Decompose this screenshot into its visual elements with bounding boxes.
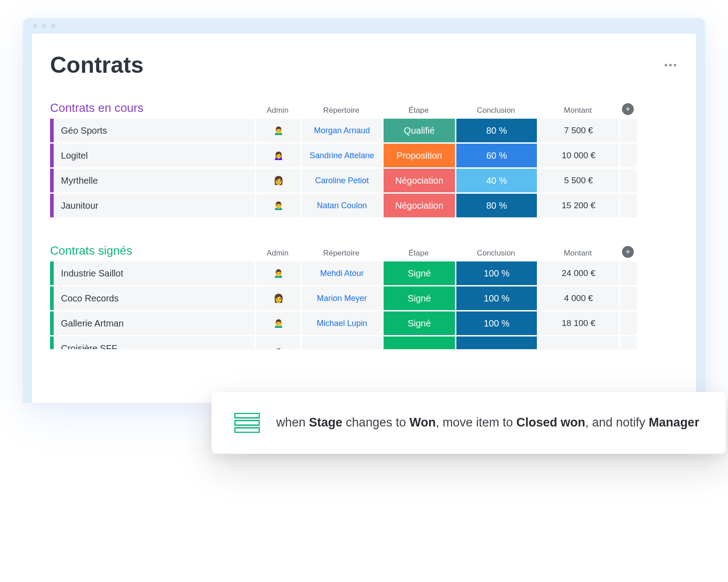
row-stage-badge[interactable]: Signé — [384, 286, 455, 310]
row-tail — [620, 119, 637, 142]
avatar: 🙍‍♂️ — [271, 123, 286, 138]
automation-mid: , move item to — [436, 416, 516, 429]
row-directory-link[interactable] — [302, 336, 382, 349]
table-row[interactable]: Coco Records 👩 Marion Meyer Signé 100 % … — [50, 286, 678, 310]
automation-prefix: when — [276, 416, 309, 429]
row-stage-badge[interactable]: Négociation — [384, 169, 455, 192]
row-name[interactable]: Croisière SFF — [50, 336, 255, 349]
automation-var-closed: Closed won — [516, 416, 586, 429]
row-conclusion-badge[interactable]: 100 % — [456, 286, 537, 310]
svg-rect-0 — [235, 413, 259, 418]
row-amount[interactable]: 15 200 € — [538, 194, 619, 217]
row-stage-badge[interactable]: Signé — [384, 311, 455, 335]
window-dot — [42, 24, 46, 28]
row-amount[interactable]: 10 000 € — [538, 144, 619, 167]
row-stage-badge[interactable]: Proposition — [384, 144, 455, 167]
column-header-stage[interactable]: Étape — [382, 106, 455, 115]
column-header-stage[interactable]: Étape — [382, 249, 455, 258]
row-directory-link[interactable]: Caroline Petiot — [302, 169, 382, 192]
row-name[interactable]: Industrie Saillot — [50, 261, 255, 285]
row-stage-badge[interactable]: Signé — [384, 261, 455, 285]
row-tail — [620, 169, 637, 192]
group-signed: Contrats signés Admin Répertoire Étape C… — [50, 244, 678, 349]
row-directory-link[interactable]: Morgan Arnaud — [302, 119, 382, 142]
automation-mid: changes to — [343, 416, 410, 429]
column-header-conclusion[interactable]: Conclusion — [455, 249, 537, 258]
table-row[interactable]: Logitel 🙍‍♀️ Sandrine Attelane Propositi… — [50, 144, 678, 167]
row-name[interactable]: Myrthelle — [50, 169, 255, 192]
row-admin[interactable]: 🙍‍♂️ — [256, 194, 300, 217]
row-conclusion-badge[interactable] — [456, 336, 537, 349]
group-header: Contrats signés Admin Répertoire Étape C… — [50, 244, 678, 258]
group-header: Contrats en cours Admin Répertoire Étape… — [50, 101, 678, 115]
table-row[interactable]: Gallerie Artman 🙍‍♂️ Michael Lupin Signé… — [50, 311, 678, 335]
table-row[interactable]: Géo Sports 🙍‍♂️ Morgan Arnaud Qualifié 8… — [50, 119, 678, 142]
row-conclusion-badge[interactable]: 60 % — [456, 144, 537, 167]
row-name[interactable]: Gallerie Artman — [50, 311, 255, 335]
row-amount[interactable]: 4 000 € — [538, 286, 619, 310]
column-header-conclusion[interactable]: Conclusion — [455, 106, 537, 115]
row-stage-badge[interactable]: Négociation — [384, 194, 455, 217]
group-title[interactable]: Contrats en cours — [50, 101, 255, 115]
row-name[interactable]: Logitel — [50, 144, 255, 167]
row-conclusion-badge[interactable]: 40 % — [456, 169, 537, 192]
avatar: 🙍‍♂️ — [271, 266, 286, 281]
row-directory-link[interactable]: Marion Meyer — [302, 286, 382, 310]
column-header-directory[interactable]: Répertoire — [300, 249, 382, 258]
add-column-button[interactable]: + — [622, 103, 634, 115]
row-admin[interactable]: 👩 — [256, 286, 300, 310]
row-directory-link[interactable]: Michael Lupin — [302, 311, 382, 335]
svg-rect-2 — [235, 428, 259, 432]
column-header-amount[interactable]: Montant — [537, 249, 619, 258]
table-row[interactable]: Industrie Saillot 🙍‍♂️ Mehdi Atour Signé… — [50, 261, 678, 285]
group-title[interactable]: Contrats signés — [50, 244, 255, 258]
automation-card[interactable]: when Stage changes to Won, move item to … — [212, 392, 726, 454]
row-directory-link[interactable]: Mehdi Atour — [302, 261, 382, 285]
row-amount[interactable]: 5 500 € — [538, 169, 619, 192]
more-menu-icon[interactable]: ••• — [664, 60, 678, 70]
column-header-amount[interactable]: Montant — [537, 106, 619, 115]
window-dot — [33, 24, 37, 28]
row-tail — [620, 144, 637, 167]
table-row[interactable]: Myrthelle 👩 Caroline Petiot Négociation … — [50, 169, 678, 192]
row-stage-badge[interactable]: Qualifié — [384, 119, 455, 142]
row-admin[interactable]: 🙍 — [256, 336, 300, 349]
row-amount[interactable] — [538, 336, 619, 349]
row-admin[interactable]: 🙍‍♂️ — [256, 261, 300, 285]
column-header-directory[interactable]: Répertoire — [300, 106, 382, 115]
row-amount[interactable]: 7 500 € — [538, 119, 619, 142]
row-admin[interactable]: 🙍‍♂️ — [256, 119, 300, 142]
avatar: 🙍 — [271, 345, 286, 349]
automation-mid: , and notify — [585, 416, 649, 429]
row-directory-link[interactable]: Sandrine Attelane — [302, 144, 382, 167]
add-column-button[interactable]: + — [622, 246, 634, 258]
column-header-admin[interactable]: Admin — [255, 249, 300, 258]
row-admin[interactable]: 🙍‍♀️ — [256, 144, 300, 167]
page-title: Contrats — [50, 52, 678, 78]
row-name[interactable]: Géo Sports — [50, 119, 255, 142]
table-row[interactable]: Croisière SFF 🙍 — [50, 336, 678, 349]
svg-rect-1 — [235, 421, 259, 425]
table-row[interactable]: Jaunitour 🙍‍♂️ Natan Coulon Négociation … — [50, 194, 678, 217]
row-tail — [620, 311, 637, 335]
row-amount[interactable]: 24 000 € — [538, 261, 619, 285]
row-conclusion-badge[interactable]: 80 % — [456, 119, 537, 142]
row-conclusion-badge[interactable]: 80 % — [456, 194, 537, 217]
column-header-admin[interactable]: Admin — [255, 106, 300, 115]
row-tail — [620, 194, 637, 217]
row-conclusion-badge[interactable]: 100 % — [456, 261, 537, 285]
row-stage-badge[interactable] — [384, 336, 455, 349]
row-conclusion-badge[interactable]: 100 % — [456, 311, 537, 335]
content-card: ••• Contrats Contrats en cours Admin Rép… — [32, 34, 696, 403]
window-titlebar — [23, 18, 705, 34]
row-tail — [620, 261, 637, 285]
row-directory-link[interactable]: Natan Coulon — [302, 194, 382, 217]
automation-list-icon — [234, 413, 260, 433]
avatar: 🙍‍♂️ — [271, 198, 286, 213]
row-admin[interactable]: 🙍‍♂️ — [256, 311, 300, 335]
row-admin[interactable]: 👩 — [256, 169, 300, 192]
automation-var-won: Won — [410, 416, 436, 429]
row-name[interactable]: Jaunitour — [50, 194, 255, 217]
row-name[interactable]: Coco Records — [50, 286, 255, 310]
row-amount[interactable]: 18 100 € — [538, 311, 619, 335]
